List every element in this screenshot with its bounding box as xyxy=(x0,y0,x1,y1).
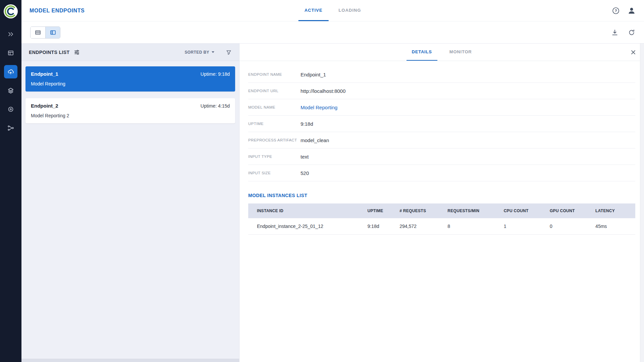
instance-rpm-cell: 8 xyxy=(447,218,503,234)
user-avatar-icon xyxy=(627,6,636,15)
download-button[interactable] xyxy=(611,29,619,36)
pipeline-icon xyxy=(7,125,14,131)
endpoint-card-header: Endpoint_2 Uptime: 4:15d xyxy=(31,103,230,109)
layers-icon xyxy=(7,87,14,94)
detail-field-row: UPTIME 9:18d xyxy=(248,116,635,132)
sidebar-item-datasets[interactable] xyxy=(4,84,17,97)
detail-field-row: ENDPOINT NAME Endpoint_1 xyxy=(248,66,635,83)
sidebar-item-projects[interactable] xyxy=(4,27,17,41)
column-header: REQUESTS/MIN xyxy=(447,203,503,218)
model-instances-title: MODEL INSTANCES LIST xyxy=(248,193,635,198)
auto-refresh-button[interactable] xyxy=(628,29,635,36)
detail-field-row: PREPROCESS ARTIFACT model_clean xyxy=(248,132,635,148)
tab-details[interactable]: DETAILS xyxy=(407,44,437,61)
instance-requests-cell: 294,572 xyxy=(399,218,447,234)
split-view-toggle[interactable] xyxy=(45,27,60,38)
topbar-actions: ? xyxy=(612,6,636,15)
field-value: text xyxy=(301,154,309,160)
field-label: INPUT TYPE xyxy=(248,155,301,159)
detail-field-row: ENDPOINT URL http://localhost:8000 xyxy=(248,83,635,99)
detail-field-row: MODEL NAME Model Reporting xyxy=(248,99,635,116)
endpoints-card-list: Endpoint_1 Uptime: 9:18d Model Reporting… xyxy=(21,61,239,359)
field-label: ENDPOINT URL xyxy=(248,89,301,93)
instance-id-cell: Endpoint_instance_2-25_01_12 xyxy=(248,218,367,234)
detail-field-row: INPUT TYPE text xyxy=(248,148,635,165)
top-header: MODEL ENDPOINTS ACTIVE LOADING ? xyxy=(21,0,644,21)
horizontal-scrollbar[interactable] xyxy=(21,359,239,362)
endpoint-uptime: Uptime: 4:15d xyxy=(201,103,230,109)
field-value: 520 xyxy=(301,170,309,176)
table-view-icon xyxy=(35,29,41,36)
sorted-by-label: SORTED BY xyxy=(184,50,209,55)
detail-field-row: INPUT SIZE 520 xyxy=(248,165,635,181)
download-icon xyxy=(611,29,619,36)
content-area: ENDPOINTS LIST SORTED BY xyxy=(21,44,644,362)
column-header: INSTANCE ID xyxy=(248,203,367,218)
table-view-toggle[interactable] xyxy=(31,27,45,38)
view-toggle-group xyxy=(30,26,60,39)
instance-row[interactable]: Endpoint_instance_2-25_01_12 9:18d 294,5… xyxy=(248,218,635,234)
endpoint-model: Model Reporting 2 xyxy=(31,113,230,118)
tab-loading[interactable]: LOADING xyxy=(332,0,367,21)
details-tab-bar: DETAILS MONITOR xyxy=(239,44,644,61)
column-header: # REQUESTS xyxy=(399,203,447,218)
tab-active[interactable]: ACTIVE xyxy=(299,0,329,21)
column-header: LATENCY xyxy=(595,203,635,218)
filter-funnel-button[interactable] xyxy=(226,49,232,55)
sidebar-item-model-endpoints[interactable] xyxy=(4,65,17,78)
field-value: http://localhost:8000 xyxy=(301,88,345,94)
instance-uptime-cell: 9:18d xyxy=(367,218,399,234)
close-icon xyxy=(630,49,637,56)
endpoint-model: Model Reporting xyxy=(31,81,230,86)
sidebar-nav xyxy=(0,0,21,362)
page-title: MODEL ENDPOINTS xyxy=(30,8,85,14)
sidebar-item-pipelines[interactable] xyxy=(4,103,17,116)
instance-gpu-cell: 0 xyxy=(550,218,595,234)
column-header: CPU COUNT xyxy=(504,203,550,218)
field-label: UPTIME xyxy=(248,122,301,126)
endpoints-list-header: ENDPOINTS LIST SORTED BY xyxy=(21,44,239,61)
endpoint-name: Endpoint_2 xyxy=(31,103,58,109)
close-details-button[interactable] xyxy=(630,49,637,56)
endpoint-card[interactable]: Endpoint_1 Uptime: 9:18d Model Reporting xyxy=(25,66,235,92)
disc-icon xyxy=(7,106,14,113)
field-label: PREPROCESS ARTIFACT xyxy=(248,138,301,142)
model-instances-table: INSTANCE ID UPTIME # REQUESTS REQUESTS/M… xyxy=(248,203,635,235)
field-label: MODEL NAME xyxy=(248,105,301,109)
field-value: Endpoint_1 xyxy=(301,72,326,77)
column-header: UPTIME xyxy=(367,203,399,218)
model-endpoints-icon xyxy=(7,68,14,75)
toolbar-actions xyxy=(611,29,635,36)
model-name-link[interactable]: Model Reporting xyxy=(301,105,337,110)
double-chevron-icon xyxy=(7,31,14,38)
endpoint-details-panel: DETAILS MONITOR ENDPOINT NAME Endpoint_1 xyxy=(239,44,644,362)
column-header: GPU COUNT xyxy=(550,203,595,218)
user-avatar-button[interactable] xyxy=(627,6,636,15)
view-toolbar xyxy=(21,21,644,44)
vertical-scrollbar[interactable] xyxy=(640,44,644,362)
endpoints-list-panel: ENDPOINTS LIST SORTED BY xyxy=(21,44,239,362)
help-icon: ? xyxy=(612,7,620,15)
help-button[interactable]: ? xyxy=(612,7,620,15)
tab-monitor[interactable]: MONITOR xyxy=(444,44,477,61)
sorted-by-dropdown[interactable]: SORTED BY xyxy=(184,50,214,55)
logo-icon xyxy=(3,4,18,19)
field-label: INPUT SIZE xyxy=(248,171,301,175)
filter-funnel-icon xyxy=(226,49,232,55)
split-view-icon xyxy=(50,29,56,36)
endpoints-list-title: ENDPOINTS LIST xyxy=(29,50,70,55)
field-value: 9:18d xyxy=(301,121,313,127)
endpoint-card[interactable]: Endpoint_2 Uptime: 4:15d Model Reporting… xyxy=(25,98,235,123)
tune-filter-button[interactable] xyxy=(74,49,80,55)
instances-header-row: INSTANCE ID UPTIME # REQUESTS REQUESTS/M… xyxy=(248,203,635,218)
details-body: ENDPOINT NAME Endpoint_1 ENDPOINT URL ht… xyxy=(239,61,644,362)
auto-refresh-icon xyxy=(628,29,635,36)
app-root: MODEL ENDPOINTS ACTIVE LOADING ? xyxy=(0,0,644,362)
endpoint-name: Endpoint_1 xyxy=(31,71,58,77)
clearml-logo[interactable] xyxy=(3,4,18,19)
endpoint-state-tabs: ACTIVE LOADING xyxy=(297,0,369,21)
caret-down-icon xyxy=(212,51,214,53)
sidebar-item-reports[interactable] xyxy=(4,121,17,135)
sidebar-item-workers-queues[interactable] xyxy=(4,46,17,60)
instance-cpu-cell: 1 xyxy=(504,218,550,234)
